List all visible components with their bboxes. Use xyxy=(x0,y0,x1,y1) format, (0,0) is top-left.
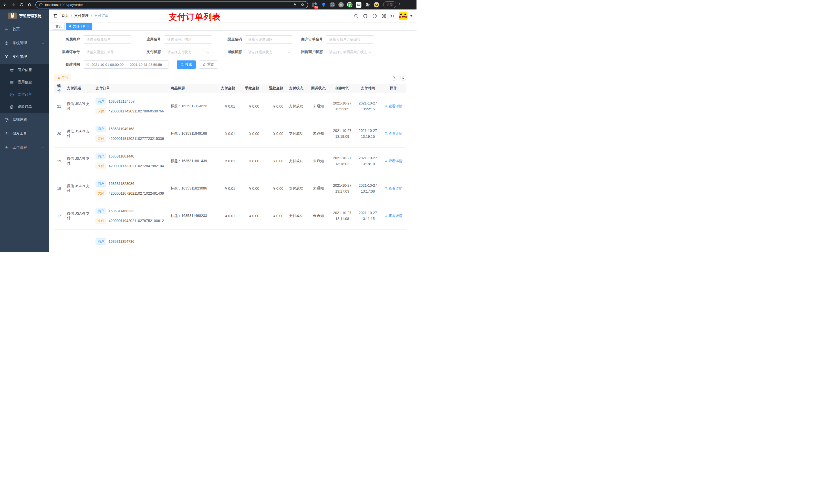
view-detail-link[interactable]: 查看详情 xyxy=(384,104,402,109)
notify-status-field[interactable] xyxy=(326,48,374,56)
create-time-range-picker[interactable]: 2021-10-01 00:00:00 - 2021-10-31 23:59:5… xyxy=(83,61,169,69)
cell-fee: ¥ 0.00 xyxy=(237,159,261,163)
avatar-caret-icon[interactable] xyxy=(410,15,412,17)
app-select-field[interactable] xyxy=(164,35,212,43)
date-end: 2021-10-31 23:59:59 xyxy=(130,63,162,67)
app-logo[interactable]: 芋道管理系统 xyxy=(0,9,49,22)
sidebar-item-merchant-info[interactable]: 商户信息 xyxy=(0,64,49,76)
sidebar-item-home[interactable]: 首页 xyxy=(0,22,49,36)
channel-order-no-field[interactable] xyxy=(83,48,131,56)
document-icon xyxy=(10,105,14,109)
browser-home-icon[interactable] xyxy=(27,3,32,7)
channel-order-no-input[interactable] xyxy=(83,48,131,56)
breadcrumb-separator: / xyxy=(71,14,72,18)
bookmark-star-icon[interactable] xyxy=(301,3,305,7)
fullscreen-icon[interactable] xyxy=(381,14,386,19)
share-icon[interactable] xyxy=(293,3,297,7)
sidebar-item-dev-tools[interactable]: 研发工具 xyxy=(0,127,49,141)
url-bar[interactable]: localhost:1024/pay/order xyxy=(35,1,308,8)
cell-pay-order: 商户1635311354736 xyxy=(94,238,169,248)
chevron-down-icon xyxy=(42,118,45,121)
pay-status-select[interactable] xyxy=(164,48,212,56)
cell-id: 20 xyxy=(54,131,65,136)
cell-id: 21 xyxy=(54,104,65,108)
search-button[interactable]: 搜索 xyxy=(177,61,196,69)
user-avatar[interactable] xyxy=(399,11,407,20)
merchant-order-no-input[interactable] xyxy=(326,35,374,44)
tab-home[interactable]: 首页 xyxy=(53,23,65,30)
chevron-down-icon xyxy=(42,146,45,149)
browser-back-icon[interactable] xyxy=(3,3,7,7)
sidebar-item-app-info[interactable]: 应用信息 xyxy=(0,76,49,88)
tab-label: 支付订单 xyxy=(73,24,85,29)
pay-status-field[interactable] xyxy=(164,48,212,56)
sidebar-item-label: 系统管理 xyxy=(13,41,42,45)
screen: localhost:1024/pay/order 10 ⌘ y xyxy=(0,0,416,252)
sidebar-item-workflow[interactable]: 工作流程 xyxy=(0,141,49,154)
extension-pin-icon[interactable] xyxy=(321,2,326,8)
filter-label-refund-status: 退款状态 xyxy=(217,50,242,54)
view-detail-link[interactable]: 查看详情 xyxy=(384,186,402,191)
refund-status-select[interactable] xyxy=(245,48,293,56)
toolbox-icon xyxy=(4,131,9,136)
cell-fee: ¥ 0.00 xyxy=(237,131,261,136)
toggle-search-button[interactable] xyxy=(391,74,397,81)
dashboard-icon xyxy=(4,27,9,31)
merchant-input-field[interactable] xyxy=(83,35,131,43)
cell-actions: 查看详情 xyxy=(381,159,406,164)
sidebar-item-payment[interactable]: ¥ 支付管理 xyxy=(0,50,49,64)
view-detail-link[interactable]: 查看详情 xyxy=(384,214,402,218)
merchant-input[interactable] xyxy=(83,35,131,44)
reset-button[interactable]: 重置 xyxy=(199,61,218,69)
font-size-icon[interactable]: TT xyxy=(390,14,395,18)
notify-status-select[interactable] xyxy=(326,48,374,56)
col-header-paytime: 支付时间 xyxy=(355,86,381,91)
channel-code-field[interactable] xyxy=(245,35,293,43)
collapse-sidebar-icon[interactable] xyxy=(53,13,58,19)
filter-label-app: 应用编号 xyxy=(136,37,161,42)
update-button[interactable]: 更新 xyxy=(383,1,396,8)
table-header-row: 编号 支付渠道 支付订单 商品标题 支付金额 手续金额 退款金额 支付状态 回调… xyxy=(54,84,406,93)
merchant-tag: 商户 xyxy=(96,98,106,104)
sidebar: 芋道管理系统 首页 系统管理 ¥ 支付管理 xyxy=(0,9,49,252)
extension-y-icon[interactable]: y xyxy=(347,2,353,7)
help-icon[interactable] xyxy=(372,14,377,19)
merchant-order-no-field[interactable] xyxy=(326,35,374,43)
profile-emoji-icon[interactable] xyxy=(374,2,379,7)
sidebar-item-system[interactable]: 系统管理 xyxy=(0,36,49,50)
col-header-actions: 操作 xyxy=(381,86,406,91)
browser-reload-icon[interactable] xyxy=(19,3,24,7)
app-select[interactable] xyxy=(164,35,212,44)
sidebar-item-infra[interactable]: 基础设施 xyxy=(0,113,49,127)
extension-command-icon[interactable]: ⌘ xyxy=(330,2,335,7)
cell-refund: ¥ 0.00 xyxy=(261,104,285,108)
breadcrumb-current: 支付订单 xyxy=(94,14,109,18)
extensions-puzzle-icon[interactable] xyxy=(365,2,371,8)
browser-menu-icon[interactable] xyxy=(398,3,400,7)
sidebar-item-refund-order[interactable]: 退款订单 xyxy=(0,101,49,113)
github-icon[interactable] xyxy=(363,14,368,19)
tab-pay-order[interactable]: 支付订单 × xyxy=(66,23,92,30)
breadcrumb-home[interactable]: 首页 xyxy=(62,14,69,18)
refresh-button[interactable] xyxy=(400,74,406,81)
cell-fee: ¥ 0.00 xyxy=(237,104,261,108)
export-button-label: 导出 xyxy=(62,75,68,80)
tab-close-icon[interactable]: × xyxy=(87,25,89,28)
cell-pay-order: 商户1635311823086 支付4200001167202110271022… xyxy=(94,181,169,196)
search-icon[interactable] xyxy=(354,14,359,19)
view-detail-link[interactable]: 查看详情 xyxy=(384,131,402,136)
extension-chat-icon[interactable] xyxy=(356,2,361,8)
extension-dot-icon[interactable] xyxy=(338,2,344,7)
sidebar-item-pay-order[interactable]: ¥ 支付订单 xyxy=(0,88,49,101)
extension-workflow-icon[interactable]: 10 xyxy=(312,2,317,8)
channel-code-select[interactable] xyxy=(245,35,293,44)
merchant-no: 1635311949168 xyxy=(109,127,134,131)
refund-status-field[interactable] xyxy=(245,48,293,56)
cell-actions: 查看详情 xyxy=(381,131,406,136)
export-button[interactable]: 导出 xyxy=(54,74,71,81)
breadcrumb-payment[interactable]: 支付管理 xyxy=(74,14,89,18)
browser-forward-icon[interactable] xyxy=(11,3,15,7)
view-detail-link[interactable]: 查看详情 xyxy=(384,159,402,163)
merchant-no: 1635311823086 xyxy=(109,182,134,186)
site-info-icon[interactable] xyxy=(39,3,43,7)
